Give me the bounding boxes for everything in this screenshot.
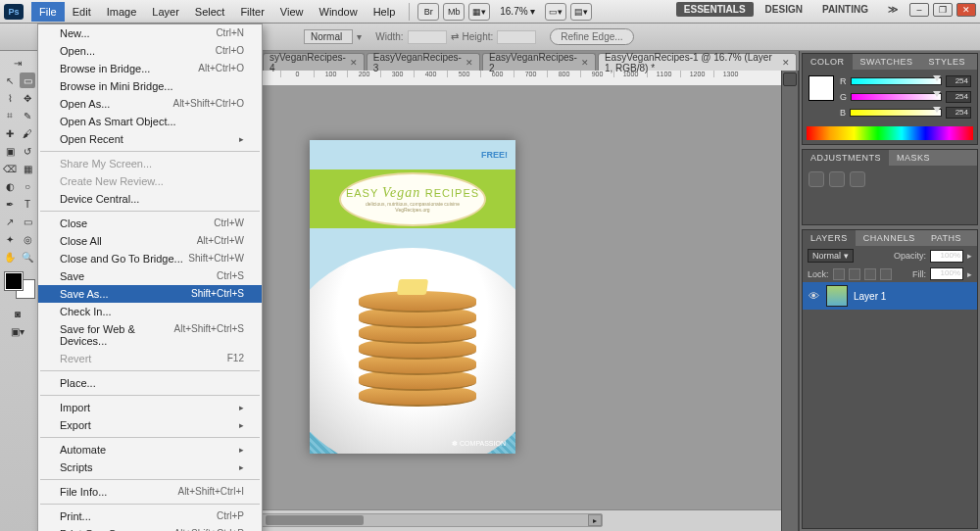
menu-item-device-central[interactable]: Device Central... (38, 190, 262, 208)
shape-tool[interactable]: ▭ (20, 214, 35, 229)
tab-channels[interactable]: CHANNELS (856, 230, 923, 246)
pen-tool[interactable]: ✒ (2, 196, 18, 212)
dodge-tool[interactable]: ○ (20, 178, 35, 194)
screenmode-tool[interactable]: ▣▾ (2, 323, 33, 339)
tab-swatches[interactable]: SWATCHES (853, 54, 921, 70)
panel-collapse-bar[interactable] (781, 51, 799, 531)
close-icon[interactable]: ✕ (581, 58, 589, 68)
window-close[interactable]: ✕ (956, 3, 976, 17)
workspace-essentials[interactable]: ESSENTIALS (676, 2, 754, 17)
brush-tool[interactable]: 🖌 (20, 125, 35, 141)
menu-file[interactable]: File (31, 2, 65, 22)
workspace-painting[interactable]: PAINTING (814, 2, 876, 17)
3d-camera-tool[interactable]: ◎ (20, 231, 35, 247)
tab-styles[interactable]: STYLES (921, 54, 974, 70)
hand-tool[interactable]: ✋ (2, 249, 18, 265)
menu-layer[interactable]: Layer (144, 2, 187, 22)
menu-item-close-and-go-to-bridge[interactable]: Close and Go To Bridge...Shift+Ctrl+W (38, 250, 262, 267)
crop-tool[interactable]: ⌗ (2, 108, 18, 123)
lock-trans-icon[interactable] (833, 268, 845, 280)
window-restore[interactable]: ❐ (933, 3, 953, 17)
menu-item-open-as[interactable]: Open As...Alt+Shift+Ctrl+O (38, 95, 262, 113)
type-tool[interactable]: T (20, 196, 35, 212)
menu-item-open-recent[interactable]: Open Recent (38, 130, 262, 148)
tab-masks[interactable]: MASKS (889, 150, 938, 166)
menu-item-open-as-smart-object[interactable]: Open As Smart Object... (38, 113, 262, 130)
g-slider[interactable] (851, 93, 942, 101)
close-icon[interactable]: ✕ (782, 58, 790, 68)
3d-tool[interactable]: ✦ (2, 231, 18, 247)
color-main-swatch[interactable] (808, 75, 834, 101)
lock-all-icon[interactable] (880, 268, 892, 280)
menu-item-place[interactable]: Place... (38, 374, 262, 392)
zoom-tool[interactable]: 🔍 (20, 249, 35, 265)
blend-mode-select[interactable]: Normal ▾ (808, 249, 854, 263)
lock-pos-icon[interactable] (864, 268, 876, 280)
close-icon[interactable]: ✕ (466, 58, 473, 68)
menu-item-save-for-web-devices[interactable]: Save for Web & Devices...Alt+Shift+Ctrl+… (38, 320, 262, 350)
layer-name[interactable]: Layer 1 (854, 291, 886, 302)
refine-edge-button[interactable]: Refine Edge... (550, 28, 633, 45)
menu-item-save-as[interactable]: Save As...Shift+Ctrl+S (38, 285, 262, 303)
document-canvas[interactable]: FREE! EASY Vegan RECIPES delicious, nutr… (310, 140, 515, 454)
g-value[interactable]: 254 (946, 91, 971, 103)
workspace-design[interactable]: DESIGN (758, 2, 810, 17)
layer-thumb[interactable] (826, 285, 848, 307)
opacity-input[interactable]: 100% (930, 250, 963, 263)
menu-item-export[interactable]: Export (38, 416, 262, 434)
doc-tab-active[interactable]: EasyVeganRecipes-1 @ 16.7% (Layer 1, RGB… (598, 53, 797, 71)
arrange-icon[interactable]: ▤▾ (570, 3, 592, 21)
menu-view[interactable]: View (272, 2, 312, 22)
tab-paths[interactable]: PATHS (923, 230, 969, 246)
r-slider[interactable] (851, 77, 943, 85)
menu-item-new[interactable]: New...Ctrl+N (38, 24, 262, 42)
b-slider[interactable] (850, 109, 942, 117)
quickmask-tool[interactable]: ◙ (2, 306, 33, 321)
menu-window[interactable]: Window (312, 2, 366, 22)
marquee-tool[interactable]: ▭ (20, 72, 35, 88)
menu-item-browse-in-bridge[interactable]: Browse in Bridge...Alt+Ctrl+O (38, 60, 262, 77)
quick-select-tool[interactable]: ✥ (20, 90, 35, 106)
eraser-tool[interactable]: ⌫ (2, 161, 18, 176)
r-value[interactable]: 254 (946, 75, 971, 87)
gradient-tool[interactable]: ▦ (20, 161, 35, 176)
menu-image[interactable]: Image (99, 2, 145, 22)
menu-item-import[interactable]: Import (38, 399, 262, 416)
menu-item-check-in[interactable]: Check In... (38, 303, 262, 320)
doc-tab[interactable]: EasyVeganRecipes-3✕ (367, 53, 480, 71)
menu-item-browse-in-mini-bridge[interactable]: Browse in Mini Bridge... (38, 77, 262, 95)
doc-tab[interactable]: EasyVeganRecipes-2✕ (482, 53, 596, 71)
style-value[interactable]: Normal (304, 29, 353, 44)
tab-color[interactable]: COLOR (803, 54, 853, 70)
lock-pixels-icon[interactable] (849, 268, 860, 280)
menu-item-file-info[interactable]: File Info...Alt+Shift+Ctrl+I (38, 483, 262, 501)
zoom-display[interactable]: 16.7% ▾ (492, 2, 543, 21)
menu-item-print-one-copy[interactable]: Print One CopyAlt+Shift+Ctrl+P (38, 525, 262, 531)
adjust-icon[interactable] (829, 171, 845, 187)
b-value[interactable]: 254 (946, 107, 971, 119)
window-minimize[interactable]: – (909, 3, 929, 17)
scroll-right-arrow[interactable]: ▸ (588, 514, 602, 526)
menu-item-scripts[interactable]: Scripts (38, 459, 262, 476)
color-swatches[interactable] (5, 272, 34, 298)
lasso-tool[interactable]: ⌇ (2, 90, 18, 106)
move-tool[interactable]: ↖ (2, 72, 18, 88)
close-icon[interactable]: ✕ (350, 58, 358, 68)
fill-input[interactable]: 100% (930, 267, 963, 280)
tab-layers[interactable]: LAYERS (803, 230, 856, 246)
layer-row[interactable]: 👁 Layer 1 (803, 282, 977, 310)
doc-tab[interactable]: syVeganRecipes-4✕ (263, 53, 365, 71)
menu-help[interactable]: Help (366, 2, 404, 22)
menu-item-close-all[interactable]: Close AllAlt+Ctrl+W (38, 232, 262, 250)
menu-item-open[interactable]: Open...Ctrl+O (38, 42, 262, 60)
path-select-tool[interactable]: ↗ (2, 214, 18, 229)
heal-tool[interactable]: ✚ (2, 125, 18, 141)
menu-filter[interactable]: Filter (232, 2, 271, 22)
workspace-more[interactable]: ≫ (880, 2, 906, 17)
stamp-tool[interactable]: ▣ (2, 143, 18, 159)
menu-item-save[interactable]: SaveCtrl+S (38, 267, 262, 285)
menu-select[interactable]: Select (187, 2, 233, 22)
menu-item-automate[interactable]: Automate (38, 441, 262, 459)
bridge-icon[interactable]: Br (417, 3, 439, 21)
collapse-tool-icon[interactable]: ⇥ (2, 55, 33, 71)
